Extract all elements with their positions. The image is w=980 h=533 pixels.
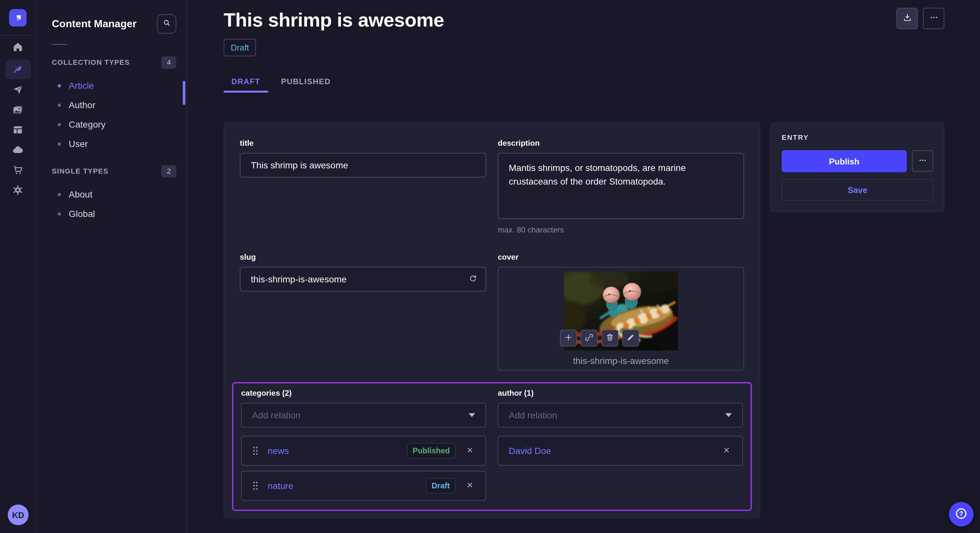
header-more-button[interactable] — [923, 8, 944, 29]
relation-status-badge: Published — [407, 443, 456, 458]
bullet-icon — [58, 103, 61, 106]
rail-item-marketplace[interactable] — [5, 163, 31, 179]
relation-link-news[interactable]: news — [268, 446, 398, 456]
sidebar-item-global[interactable]: Global — [36, 204, 187, 224]
edit-form-panel: title description Mantis shrimps, or sto… — [224, 122, 760, 518]
rail-item-content-type-builder[interactable] — [5, 122, 31, 139]
publish-button[interactable]: Publish — [782, 150, 907, 172]
remove-relation-button[interactable] — [721, 444, 732, 457]
sidebar-item-about[interactable]: About — [36, 185, 187, 204]
sidebar-item-author[interactable]: Author — [36, 95, 187, 115]
field-title: title — [240, 139, 486, 235]
slug-regenerate-button[interactable] — [463, 270, 482, 289]
sidebar-item-label: About — [69, 189, 92, 200]
field-description: description Mantis shrimps, or stomatopo… — [498, 139, 744, 235]
relation-status-badge: Draft — [426, 478, 456, 493]
pencil-icon — [626, 333, 635, 344]
user-avatar[interactable]: KD — [8, 504, 29, 525]
bullet-icon — [58, 212, 61, 215]
relation-item-news: news Published — [241, 436, 486, 466]
status-badge: Draft — [224, 39, 256, 56]
relation-link-david-doe[interactable]: David Doe — [509, 446, 712, 456]
cover-asset-card: this-shrimp-is-awesome — [498, 267, 744, 370]
slug-input[interactable] — [240, 267, 486, 292]
help-button[interactable]: ? — [949, 502, 974, 527]
field-cover: cover — [498, 252, 744, 370]
subnav-scrollbar-thumb[interactable] — [183, 81, 185, 105]
sidebar-item-user[interactable]: User — [36, 134, 187, 154]
slug-field-label: slug — [240, 252, 486, 262]
remove-relation-button[interactable] — [465, 444, 475, 457]
tab-published[interactable]: PUBLISHED — [273, 77, 338, 93]
chevron-down-icon — [725, 413, 732, 417]
cart-icon — [12, 164, 24, 178]
app-window: KD Content Manager COLLECTION TYPES 4 — [0, 0, 980, 533]
section-single-types: SINGLE TYPES 2 About Global — [36, 164, 187, 224]
download-button[interactable] — [896, 8, 918, 29]
cover-delete-button[interactable] — [601, 330, 618, 346]
save-button[interactable]: Save — [782, 179, 933, 201]
relation-link-nature[interactable]: nature — [268, 481, 417, 491]
description-textarea[interactable]: Mantis shrimps, or stomatopods, are mari… — [498, 153, 744, 219]
cover-filename: this-shrimp-is-awesome — [573, 355, 669, 366]
title-field-label: title — [240, 139, 486, 148]
relations-highlight-section: categories (2) Add relation — [232, 382, 752, 511]
refresh-icon — [468, 273, 477, 285]
search-button[interactable] — [157, 14, 176, 34]
bullet-icon — [58, 142, 61, 145]
bullet-icon — [58, 84, 61, 87]
drag-handle-icon[interactable] — [252, 481, 259, 491]
field-categories: categories (2) Add relation — [241, 389, 486, 501]
sidebar-item-category[interactable]: Category — [36, 115, 187, 134]
rail-item-releases[interactable] — [5, 82, 31, 99]
strapi-logo-icon — [9, 9, 27, 27]
home-icon — [12, 41, 24, 55]
sidebar-item-article[interactable]: Article — [36, 76, 187, 95]
rail-item-deploy[interactable] — [5, 143, 31, 159]
entry-more-button[interactable] — [912, 150, 933, 171]
drag-handle-icon[interactable] — [252, 446, 259, 456]
section-label: COLLECTION TYPES — [52, 58, 130, 66]
section-label: SINGLE TYPES — [52, 167, 108, 175]
media-library-icon — [12, 104, 24, 118]
section-collection-types: COLLECTION TYPES 4 Article Author Catego… — [36, 55, 187, 154]
subnav-divider — [52, 44, 67, 45]
entry-panel-title: ENTRY — [782, 133, 933, 141]
rail-item-content-manager[interactable] — [5, 60, 31, 79]
collection-types-count-badge: 4 — [161, 56, 176, 68]
relation-item-david-doe: David Doe — [498, 436, 743, 466]
bullet-icon — [58, 193, 61, 196]
cover-edit-button[interactable] — [622, 330, 639, 346]
bullet-icon — [58, 123, 61, 126]
sidebar-item-label: Article — [69, 80, 94, 90]
content-manager-subnav: Content Manager COLLECTION TYPES 4 Ar — [36, 0, 187, 533]
cover-copy-link-button[interactable] — [581, 330, 598, 346]
single-types-count-badge: 2 — [161, 165, 176, 177]
categories-add-relation-select[interactable]: Add relation — [241, 403, 486, 427]
tab-draft[interactable]: DRAFT — [224, 77, 268, 93]
field-slug: slug — [240, 252, 486, 370]
subnav-title: Content Manager — [52, 18, 137, 30]
categories-field-label: categories (2) — [241, 389, 486, 398]
remove-relation-button[interactable] — [465, 479, 475, 492]
relation-item-nature: nature Draft — [241, 471, 486, 501]
plus-icon — [564, 333, 573, 344]
sidebar-item-label: User — [69, 139, 88, 149]
rail-item-media-library[interactable] — [5, 102, 31, 119]
author-add-relation-select[interactable]: Add relation — [498, 403, 743, 427]
chevron-down-icon — [469, 413, 475, 417]
link-icon — [585, 333, 594, 344]
rail-item-settings[interactable] — [5, 182, 31, 200]
field-author: author (1) Add relation David Doe — [498, 389, 743, 501]
version-tabs: DRAFT PUBLISHED — [224, 77, 944, 93]
title-input[interactable] — [240, 153, 486, 178]
cloud-icon — [12, 144, 24, 158]
description-helper-text: max. 80 characters — [498, 225, 744, 235]
page-title: This shrimp is awesome — [224, 9, 944, 31]
main-nav-rail: KD — [0, 0, 36, 533]
rail-item-home[interactable] — [5, 40, 31, 56]
cover-add-button[interactable] — [560, 330, 577, 346]
sidebar-item-label: Category — [69, 119, 106, 130]
close-icon — [466, 481, 474, 490]
cover-action-toolbar — [560, 330, 639, 346]
